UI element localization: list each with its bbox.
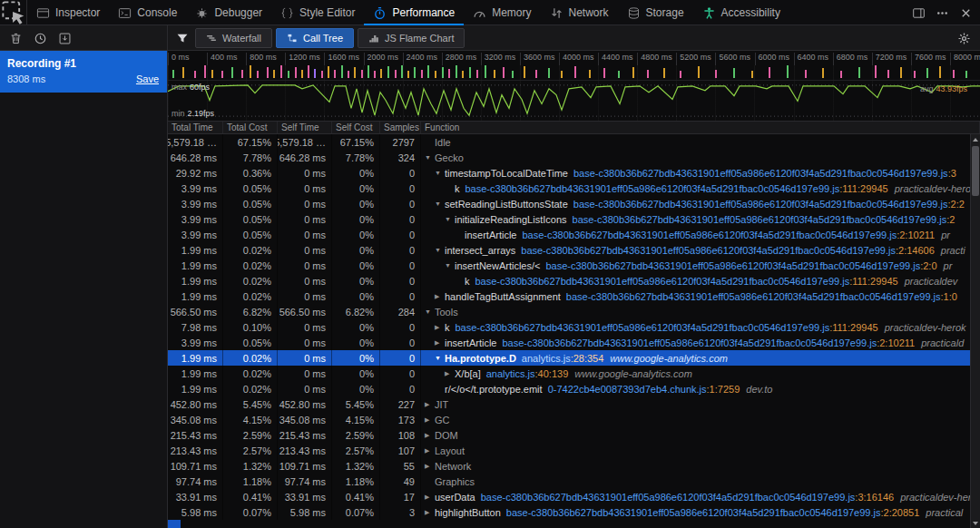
table-row[interactable]: 3.99 ms0.05%0 ms0%0kbase-c380b36b627bdb4… [168, 181, 970, 196]
table-row[interactable]: 1.99 ms0.02%0 ms0%0▼Ha.prototype.Danalyt… [168, 350, 970, 366]
tab-styleeditor[interactable]: Style Editor [271, 0, 364, 25]
source-file-link[interactable]: base-c380b36b627bdb43631901eff05a986e612… [481, 492, 856, 503]
scroll-up-button[interactable] [971, 134, 980, 144]
tab-inspector[interactable]: Inspector [27, 0, 109, 25]
collapse-twisty-icon[interactable]: ▼ [445, 216, 455, 222]
source-file-link[interactable]: base-c380b36b627bdb43631901eff05a986e612… [573, 168, 948, 179]
collapse-twisty-icon[interactable]: ▼ [435, 247, 445, 253]
source-file-link[interactable]: base-c380b36b627bdb43631901eff05a986e612… [573, 199, 948, 210]
devtools-tabs: InspectorConsoleDebuggerStyle EditorPerf… [27, 0, 789, 25]
table-row[interactable]: 3.99 ms0.05%0 ms0%0▼setReadingListButton… [168, 196, 970, 211]
column-header-self-time[interactable]: Self Time [278, 122, 332, 133]
expand-twisty-icon[interactable]: ▶ [425, 509, 435, 516]
view-tab-flame[interactable]: JS Flame Chart [358, 28, 465, 48]
table-row[interactable]: 345.08 ms4.15%345.08 ms4.15%173▶GC [168, 412, 970, 427]
table-row[interactable]: 1.99 ms0.02%0 ms0%0kbase-c380b36b627bdb4… [168, 273, 970, 288]
toolbox-dock-button[interactable] [907, 2, 929, 24]
table-row[interactable]: 213.43 ms2.57%213.43 ms2.57%107▶Layout [168, 443, 970, 458]
import-recording-button[interactable] [54, 27, 75, 49]
horizontal-scroll-thumb[interactable] [168, 520, 181, 528]
table-row[interactable]: 97.74 ms1.18%97.74 ms1.18%49Graphics [168, 474, 970, 489]
collapse-twisty-icon[interactable]: ▼ [425, 154, 435, 161]
table-row[interactable]: 215.43 ms2.59%215.43 ms2.59%108▶DOM [168, 427, 970, 443]
tab-memory[interactable]: Memory [464, 0, 540, 25]
record-button[interactable] [29, 27, 51, 49]
source-file-link[interactable]: analytics.js [486, 368, 535, 379]
filter-button[interactable] [176, 32, 189, 44]
expand-twisty-icon[interactable]: ▶ [425, 416, 435, 424]
table-row[interactable]: 566.50 ms6.82%566.50 ms6.82%284▼Tools [168, 304, 970, 319]
toolbox-close-button[interactable] [955, 2, 976, 24]
source-file-link[interactable]: base-c380b36b627bdb43631901eff05a986e612… [521, 245, 896, 256]
collapse-twisty-icon[interactable]: ▼ [435, 170, 445, 176]
table-row[interactable]: 109.71 ms1.32%109.71 ms1.32%55▶Network [168, 458, 970, 474]
recording-item[interactable]: Recording #1 8308 ms Save [0, 51, 167, 93]
tab-network[interactable]: Network [541, 0, 618, 25]
save-recording-link[interactable]: Save [136, 73, 159, 84]
column-header-total-time[interactable]: Total Time [168, 122, 223, 133]
tab-accessibility[interactable]: Accessibility [693, 0, 789, 25]
toolbox-menu-button[interactable] [931, 2, 953, 24]
view-tabs: WaterfallCall TreeJS Flame Chart [195, 28, 468, 48]
table-row[interactable]: 646.28 ms7.78%646.28 ms7.78%324▼Gecko [168, 150, 970, 165]
source-file-link[interactable]: base-c380b36b627bdb43631901eff05a986e612… [573, 214, 947, 225]
table-row[interactable]: 452.80 ms5.45%452.80 ms5.45%227▶JIT [168, 396, 970, 412]
vertical-scrollbar[interactable] [970, 134, 980, 528]
source-file-link[interactable]: base-c380b36b627bdb43631901eff05a986e612… [456, 322, 830, 333]
view-tab-calltree[interactable]: Call Tree [276, 28, 354, 48]
source-file-link[interactable]: base-c380b36b627bdb43631901eff05a986e612… [475, 276, 850, 287]
fps-overview[interactable]: max60fps min2.19fps avg43.93fps [168, 81, 980, 122]
table-row[interactable]: 3.99 ms0.05%0 ms0%0insertArticlebase-c38… [168, 227, 970, 242]
source-file-link[interactable]: base-c380b36b627bdb43631901eff05a986e612… [566, 291, 941, 302]
table-row[interactable]: 5.98 ms0.07%5.98 ms0.07%3▶highlightButto… [168, 504, 970, 520]
tab-console[interactable]: Console [109, 0, 186, 25]
table-row[interactable]: 33.91 ms0.41%33.91 ms0.41%17▶userDatabas… [168, 489, 970, 504]
expand-twisty-icon[interactable]: ▶ [435, 293, 445, 300]
scroll-down-button[interactable] [971, 518, 980, 528]
expand-twisty-icon[interactable]: ▶ [425, 432, 435, 439]
settings-gear-button[interactable] [953, 27, 975, 49]
table-row[interactable]: 1.99 ms0.02%0 ms0%0▶X/b[a]analytics.js:4… [168, 366, 970, 381]
expand-twisty-icon[interactable]: ▶ [445, 370, 455, 377]
view-tab-waterfall[interactable]: Waterfall [195, 28, 272, 48]
column-header-samples[interactable]: Samples [380, 122, 421, 133]
table-row[interactable]: 1.99 ms0.02%0 ms0%0▶handleTagButtAssignm… [168, 288, 970, 304]
tab-debugger[interactable]: Debugger [186, 0, 271, 25]
collapse-twisty-icon[interactable]: ▼ [425, 308, 435, 315]
table-row[interactable]: 1.99 ms0.02%0 ms0%0▼insertNewArticles/<b… [168, 258, 970, 273]
source-file-link[interactable]: 0-7422cb4e0087393d7eb4.chunk.js [548, 384, 707, 395]
table-row[interactable]: 3.99 ms0.05%0 ms0%0▼initializeReadingLis… [168, 211, 970, 227]
expand-twisty-icon[interactable]: ▶ [425, 463, 435, 470]
column-header-total-cost[interactable]: Total Cost [223, 122, 278, 133]
scroll-thumb[interactable] [972, 146, 979, 196]
source-file-link[interactable]: base-c380b36b627bdb43631901eff05a986e612… [545, 260, 920, 271]
markers-strip[interactable] [168, 65, 980, 81]
table-row[interactable]: 1.99 ms0.02%0 ms0%0▼intersect_arraysbase… [168, 242, 970, 258]
tab-storage[interactable]: Storage [618, 0, 693, 25]
collapse-twisty-icon[interactable]: ▼ [435, 200, 445, 207]
column-header-function[interactable]: Function [421, 122, 980, 133]
source-file-link[interactable]: base-c380b36b627bdb43631901eff05a986e612… [506, 507, 881, 518]
expand-twisty-icon[interactable]: ▶ [435, 339, 445, 347]
expand-twisty-icon[interactable]: ▶ [435, 324, 445, 331]
expand-twisty-icon[interactable]: ▶ [425, 447, 435, 455]
clear-recordings-button[interactable] [5, 27, 26, 49]
node-picker-button[interactable] [0, 0, 27, 25]
table-row[interactable]: 7.98 ms0.10%0 ms0%0▶kbase-c380b36b627bdb… [168, 319, 970, 335]
source-file-link[interactable]: base-c380b36b627bdb43631901eff05a986e612… [466, 183, 840, 194]
table-row[interactable]: 3.99 ms0.05%0 ms0%0▶insertArticlebase-c3… [168, 335, 970, 350]
collapse-twisty-icon[interactable]: ▼ [445, 262, 455, 269]
expand-twisty-icon[interactable]: ▶ [425, 494, 435, 501]
tab-performance[interactable]: Performance [364, 0, 464, 25]
collapse-twisty-icon[interactable]: ▼ [435, 355, 445, 361]
source-file-link[interactable]: analytics.js [522, 353, 571, 364]
table-row[interactable]: 1.99 ms0.02%0 ms0%0r/</o</t.prototype.em… [168, 381, 970, 396]
table-row[interactable]: 29.92 ms0.36%0 ms0%0▼timestampToLocalDat… [168, 165, 970, 181]
expand-twisty-icon[interactable]: ▶ [425, 401, 435, 408]
table-row[interactable]: 5,579.18 …67.15%5,579.18 …67.15%2797Idle [168, 134, 970, 150]
timeline-marker [448, 69, 450, 78]
source-file-link[interactable]: base-c380b36b627bdb43631901eff05a986e612… [522, 230, 897, 240]
column-header-self-cost[interactable]: Self Cost [332, 122, 380, 133]
source-file-link[interactable]: base-c380b36b627bdb43631901eff05a986e612… [502, 337, 877, 348]
timeline-marker [548, 68, 550, 78]
